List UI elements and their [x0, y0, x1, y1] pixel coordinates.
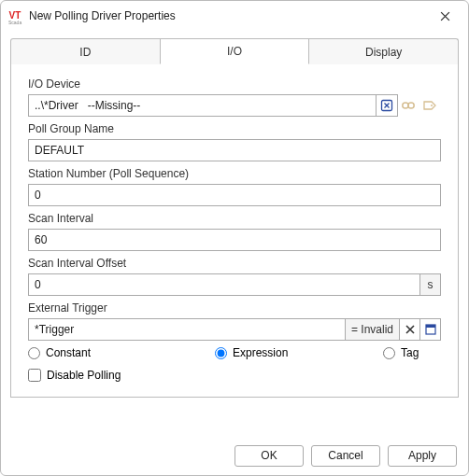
close-button[interactable]	[427, 3, 462, 29]
popup-icon	[425, 324, 436, 335]
io-device-browse-button[interactable]	[419, 94, 441, 117]
dialog-button-bar: OK Cancel Apply	[1, 436, 468, 475]
browse-tag-icon	[422, 99, 437, 112]
io-device-clear-button[interactable]	[376, 94, 398, 117]
dialog-window: VT Scada New Polling Driver Properties I…	[0, 0, 469, 476]
radio-expression[interactable]: Expression	[215, 346, 374, 359]
external-trigger-clear-button[interactable]	[400, 318, 420, 341]
trigger-mode-radios: Constant Expression Tag	[28, 346, 441, 359]
external-trigger-status: = Invalid	[346, 318, 400, 341]
dialog-body: ID I/O Display I/O Device Poll Group Nam…	[1, 31, 468, 436]
apply-button[interactable]: Apply	[388, 445, 457, 467]
poll-group-label: Poll Group Name	[28, 122, 441, 135]
scan-offset-label: Scan Interval Offset	[28, 257, 441, 270]
station-number-label: Station Number (Poll Sequence)	[28, 167, 441, 180]
external-trigger-input[interactable]	[28, 318, 346, 341]
tab-io[interactable]: I/O	[160, 38, 310, 64]
radio-expression-input[interactable]	[215, 347, 227, 359]
tab-panel-io: I/O Device Poll Group Name Station Numbe…	[10, 63, 459, 398]
radio-constant-input[interactable]	[28, 347, 40, 359]
tab-display[interactable]: Display	[308, 38, 459, 64]
clear-tag-icon	[380, 99, 393, 112]
disable-polling-input[interactable]	[28, 369, 41, 382]
poll-group-input[interactable]	[28, 139, 441, 161]
clear-icon	[405, 325, 415, 334]
scan-offset-unit: s	[420, 273, 441, 296]
app-logo: VT Scada	[7, 7, 23, 24]
tab-strip: ID I/O Display	[10, 38, 459, 64]
io-device-link-button[interactable]	[397, 94, 419, 117]
external-trigger-label: External Trigger	[28, 301, 441, 315]
close-icon	[440, 11, 450, 21]
io-device-label: I/O Device	[28, 77, 441, 91]
titlebar: VT Scada New Polling Driver Properties	[1, 1, 468, 31]
disable-polling-checkbox[interactable]: Disable Polling	[28, 369, 441, 382]
ok-button[interactable]: OK	[234, 445, 304, 467]
window-title: New Polling Driver Properties	[29, 9, 427, 22]
tab-id[interactable]: ID	[10, 38, 161, 64]
io-device-input[interactable]	[28, 94, 377, 117]
svg-rect-5	[426, 325, 435, 328]
station-number-input[interactable]	[28, 184, 441, 206]
scan-interval-input[interactable]	[28, 229, 441, 251]
cancel-button[interactable]: Cancel	[311, 445, 380, 467]
radio-tag-input[interactable]	[383, 347, 395, 359]
radio-tag[interactable]: Tag	[383, 346, 419, 359]
scan-interval-label: Scan Interval	[28, 212, 441, 225]
link-icon	[401, 99, 416, 112]
svg-point-3	[431, 105, 433, 106]
radio-constant[interactable]: Constant	[28, 346, 206, 359]
external-trigger-popup-button[interactable]	[420, 318, 441, 341]
scan-offset-input[interactable]	[28, 273, 420, 296]
